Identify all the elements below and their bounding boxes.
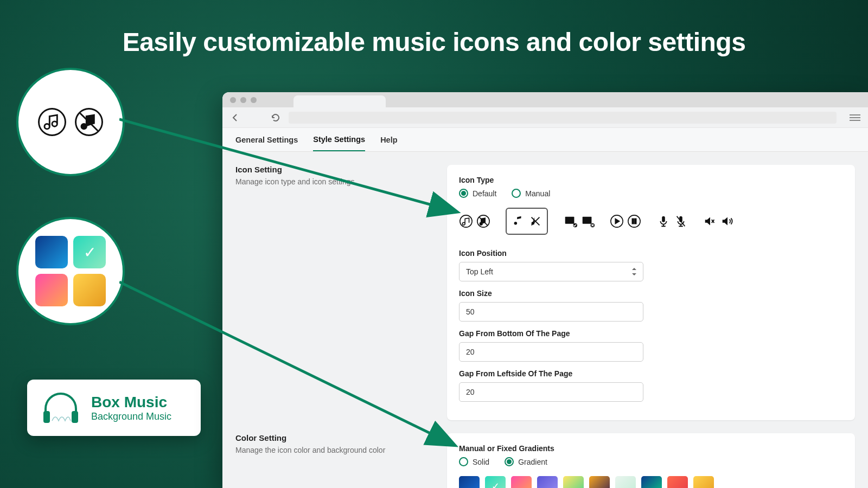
section-title-color: Color Setting	[235, 433, 434, 442]
brand-card: Box Music Background Music	[27, 380, 201, 436]
app-tabs: General SettingsStyle SettingsHelp	[222, 128, 868, 152]
traffic-light-max[interactable]	[251, 97, 257, 103]
svg-rect-4	[72, 411, 78, 423]
music-note-off-circle-icon	[74, 107, 104, 137]
back-button[interactable]	[230, 112, 241, 123]
label-gap-left: Gap From Leftside Of The Page	[459, 369, 843, 378]
reload-button[interactable]	[270, 112, 281, 123]
brand-tagline: Background Music	[91, 411, 171, 422]
icon-style-option-4[interactable]	[610, 208, 641, 235]
hero-title: Easily customizable music icons and colo…	[0, 27, 868, 57]
gradient-swatch-2[interactable]	[511, 476, 532, 488]
radio-fill-type-gradient[interactable]: Gradient	[505, 457, 547, 466]
browser-window: General SettingsStyle SettingsHelp Icon …	[222, 92, 868, 488]
svg-point-13	[628, 215, 640, 227]
input-gap-bottom[interactable]: 20	[459, 342, 643, 362]
label-fill-type: Manual or Fixed Gradients	[459, 444, 843, 453]
gradient-swatch-1[interactable]: ✓	[485, 476, 506, 488]
feature-bubble-icons	[16, 68, 125, 176]
brand-name: Box Music	[91, 394, 171, 411]
browser-toolbar	[222, 107, 868, 128]
section-title-icon: Icon Setting	[235, 165, 434, 174]
section-subtitle-color: Manage the icon color and background col…	[235, 446, 434, 454]
headphones-icon	[40, 390, 81, 425]
svg-rect-10	[583, 217, 592, 224]
input-gap-left[interactable]: 20	[459, 382, 643, 402]
svg-rect-3	[43, 411, 50, 423]
bubble-swatch-1: ✓	[73, 236, 106, 268]
card-color-setting: Manual or Fixed Gradients SolidGradient …	[447, 433, 855, 488]
svg-rect-14	[632, 219, 634, 223]
section-icon-setting: Icon Setting Manage icon type and icon s…	[235, 165, 855, 420]
icon-style-option-5[interactable]	[656, 208, 688, 235]
input-icon-size[interactable]: 50	[459, 302, 643, 322]
select-icon-position[interactable]: Top Left	[459, 262, 643, 281]
icon-style-option-2[interactable]	[506, 208, 548, 235]
app-tab-style-settings[interactable]: Style Settings	[313, 129, 365, 151]
radio-fill-type-solid[interactable]: Solid	[459, 457, 489, 466]
reload-icon	[271, 113, 280, 123]
gradient-swatch-4[interactable]	[563, 476, 584, 488]
label-icon-position: Icon Position	[459, 249, 843, 258]
bubble-swatch-0	[35, 236, 68, 268]
music-note-circle-icon	[37, 107, 67, 137]
svg-rect-16	[662, 216, 665, 222]
radio-icon-type-default[interactable]: Default	[459, 189, 496, 198]
bubble-swatch-2	[35, 274, 68, 306]
gradient-swatch-7[interactable]	[641, 476, 662, 488]
icon-style-option-1[interactable]	[459, 208, 490, 235]
label-gap-bottom: Gap From Bottom Of The Page	[459, 329, 843, 338]
section-subtitle-icon: Manage icon type and icon settings	[235, 177, 434, 186]
url-input[interactable]	[289, 112, 837, 124]
icon-style-option-6[interactable]	[703, 208, 735, 235]
hamburger-menu[interactable]	[850, 114, 860, 121]
browser-tab[interactable]	[293, 95, 386, 107]
app-tab-general-settings[interactable]: General Settings	[235, 129, 298, 151]
gradient-swatch-row: ✓	[459, 476, 843, 488]
card-icon-setting: Icon Type DefaultManual	[447, 165, 855, 420]
gradient-swatch-0[interactable]	[459, 476, 480, 488]
svg-rect-8	[565, 217, 575, 224]
chevron-left-icon	[231, 113, 240, 123]
icon-style-option-3[interactable]	[563, 208, 595, 235]
browser-tab-bar	[222, 92, 868, 107]
label-icon-size: Icon Size	[459, 289, 843, 298]
feature-bubble-colors: ✓	[16, 217, 125, 325]
section-color-setting: Color Setting Manage the icon color and …	[235, 433, 855, 488]
gradient-swatch-5[interactable]	[589, 476, 610, 488]
icon-style-row	[459, 208, 843, 235]
app-tab-help[interactable]: Help	[380, 129, 397, 151]
gradient-swatch-9[interactable]	[693, 476, 714, 488]
traffic-light-min[interactable]	[240, 97, 246, 103]
traffic-light-close[interactable]	[230, 97, 236, 103]
radio-icon-type-manual[interactable]: Manual	[512, 189, 550, 198]
gradient-swatch-6[interactable]	[615, 476, 636, 488]
bubble-swatch-3	[73, 274, 106, 306]
svg-point-5	[460, 215, 472, 227]
svg-rect-15	[635, 219, 636, 223]
gradient-swatch-8[interactable]	[667, 476, 688, 488]
gradient-swatch-3[interactable]	[537, 476, 558, 488]
label-icon-type: Icon Type	[459, 176, 843, 184]
